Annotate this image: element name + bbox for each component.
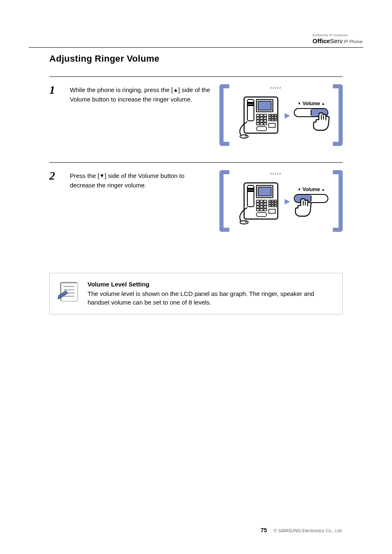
svg-rect-45 [256,209,259,211]
volume-label: ▼ Volume ▲ [297,101,325,106]
brand-ipphone: IP Phone [344,39,362,44]
svg-rect-4 [247,102,254,104]
copyright-text: © SAMSUNG Electronics Co., Ltd. [274,528,343,533]
svg-rect-9 [256,117,259,119]
bracket-right-icon [339,170,343,232]
svg-rect-6 [256,114,259,116]
svg-rect-49 [272,200,274,202]
svg-rect-28 [256,127,267,131]
svg-rect-57 [269,209,275,213]
bracket-left-icon [219,84,224,146]
header-brand: Enterprise IP Solutions OfficeServIP Pho… [313,34,362,44]
svg-rect-42 [256,206,259,208]
svg-rect-21 [269,117,271,118]
chevron-right-icon: ▶ [285,111,290,119]
step-number: 2 [49,170,62,182]
desk-phone-icon [233,175,281,225]
svg-rect-36 [256,200,259,202]
svg-rect-44 [264,206,267,208]
volume-up-icon: ▲ [321,102,325,106]
section-title: Adjusting Ringer Volume [49,53,343,64]
note-icon [57,281,79,303]
svg-rect-43 [260,206,263,208]
svg-rect-7 [260,114,263,116]
svg-rect-54 [269,205,271,207]
volume-control-illustration: ▼ Volume ▲ [294,101,329,129]
step-text: While the phone is ringing, press the [▲… [70,84,211,104]
svg-rect-17 [264,123,267,125]
note-box: Volume Level Setting The volume level is… [49,273,343,314]
svg-rect-52 [272,203,274,204]
note-body: The volume level is shown on the LCD pan… [88,289,335,307]
step-illustration: ♪♪♪♪♪ [219,84,343,146]
svg-rect-23 [274,117,277,118]
volume-label: ▼ Volume ▲ [297,187,325,192]
svg-rect-11 [264,117,267,119]
svg-rect-14 [264,120,267,122]
note-title: Volume Level Setting [88,281,335,288]
svg-rect-40 [260,203,263,205]
volume-down-icon: ▼ [297,187,301,192]
chevron-right-icon: ▶ [285,197,290,205]
svg-rect-5 [247,104,254,106]
svg-rect-38 [264,200,267,202]
svg-rect-48 [269,200,271,202]
svg-rect-55 [272,205,274,207]
svg-rect-34 [247,188,254,190]
svg-rect-20 [274,114,277,116]
svg-rect-16 [260,123,263,125]
svg-rect-37 [260,200,263,202]
brand-serv: Serv [330,37,343,44]
header-rule [29,47,363,48]
step-text: Press the [▼] side of the Volume button … [70,170,211,190]
bracket-left-icon [219,170,224,232]
svg-rect-2 [258,101,271,110]
page-number: 75 [261,527,267,533]
up-arrow-icon: ▲ [173,87,178,93]
svg-rect-58 [256,212,267,217]
volume-up-icon: ▲ [321,187,325,192]
svg-rect-25 [272,119,274,121]
svg-rect-27 [269,123,275,127]
svg-rect-39 [256,203,259,205]
desk-phone-icon [233,90,281,139]
step-number: 1 [49,84,62,96]
hand-press-icon [313,112,330,131]
svg-rect-8 [264,114,267,116]
ring-sound-icon: ♪♪♪♪♪ [270,85,282,90]
svg-rect-18 [269,114,271,116]
svg-rect-41 [264,203,267,205]
bracket-right-icon [339,84,343,146]
svg-rect-22 [272,117,274,118]
svg-rect-47 [264,209,267,211]
ring-sound-icon: ♪♪♪♪♪ [270,171,282,175]
svg-rect-51 [269,203,271,204]
svg-rect-32 [258,187,271,196]
svg-rect-24 [269,119,271,121]
svg-rect-19 [272,114,274,116]
brand-office: Office [313,37,330,44]
volume-control-illustration: ▼ Volume ▲ [294,187,329,215]
svg-rect-13 [260,120,263,122]
brand-tagline: Enterprise IP Solutions [313,34,362,37]
svg-rect-15 [256,123,259,125]
svg-rect-50 [274,200,277,202]
hand-press-icon [295,198,312,217]
svg-rect-10 [260,117,263,119]
svg-rect-26 [274,119,277,121]
volume-down-icon: ▼ [297,102,301,106]
step-1: 1 While the phone is ringing, press the … [49,77,343,162]
svg-rect-53 [274,203,277,204]
step-illustration: ♪♪♪♪♪ [219,170,343,232]
svg-rect-12 [256,120,259,122]
svg-rect-35 [247,190,254,192]
down-arrow-icon: ▼ [99,173,105,179]
svg-rect-46 [260,209,263,211]
svg-rect-56 [274,205,277,207]
step-2: 2 Press the [▼] side of the Volume butto… [49,163,343,248]
page-footer: 75© SAMSUNG Electronics Co., Ltd. [261,527,343,533]
